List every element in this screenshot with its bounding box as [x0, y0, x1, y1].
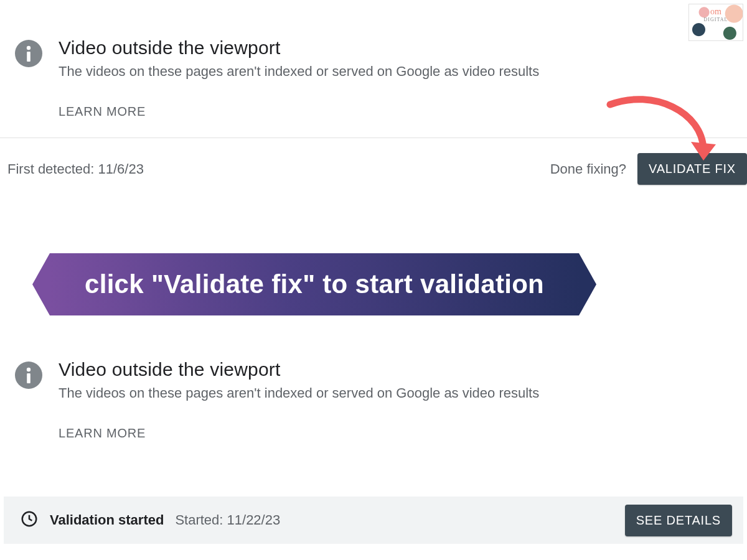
clock-icon	[20, 510, 39, 531]
issue-title: Video outside the viewport	[59, 37, 732, 58]
first-detected-label: First detected: 11/6/23	[7, 161, 144, 177]
validation-started-date: Started: 11/22/23	[175, 512, 280, 528]
issue-title: Video outside the viewport	[59, 359, 732, 380]
issue-description: The videos on these pages aren't indexed…	[59, 63, 732, 80]
issue-description: The videos on these pages aren't indexed…	[59, 385, 732, 401]
validation-status-bar: Validation started Started: 11/22/23 SEE…	[4, 497, 743, 544]
svg-point-0	[27, 46, 31, 50]
brand-logo	[688, 4, 743, 41]
validation-status-label: Validation started	[50, 512, 164, 528]
info-icon	[15, 362, 42, 389]
issue-block: Video outside the viewport The videos on…	[0, 315, 747, 441]
validate-fix-button[interactable]: VALIDATE FIX	[637, 153, 747, 185]
info-icon	[15, 40, 42, 67]
issue-block: Video outside the viewport The videos on…	[0, 0, 747, 119]
svg-rect-4	[27, 373, 31, 383]
instruction-banner: click "Validate fix" to start validation	[50, 253, 579, 315]
learn-more-link[interactable]: LEARN MORE	[59, 426, 146, 441]
detection-row: First detected: 11/6/23 Done fixing? VAL…	[0, 138, 747, 185]
svg-rect-1	[27, 52, 31, 62]
see-details-button[interactable]: SEE DETAILS	[625, 505, 732, 536]
svg-point-3	[27, 368, 31, 371]
done-fixing-label: Done fixing?	[550, 161, 626, 177]
learn-more-link[interactable]: LEARN MORE	[59, 105, 146, 119]
